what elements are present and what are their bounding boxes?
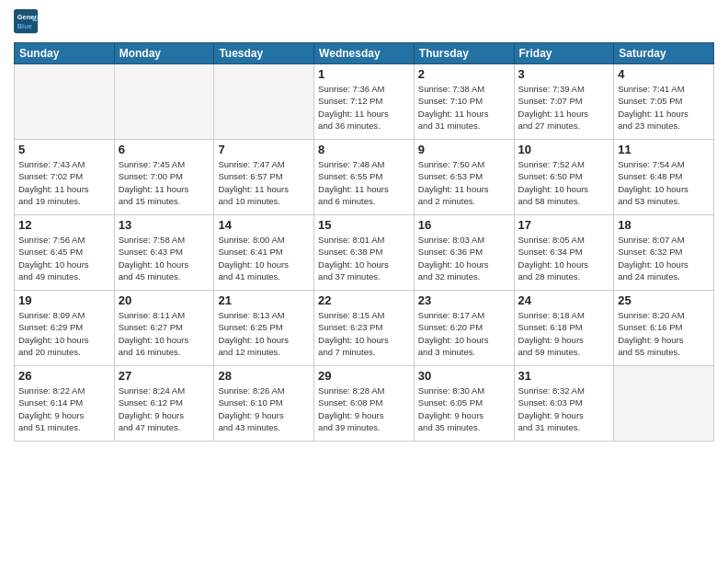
day-info: Sunrise: 7:56 AM Sunset: 6:45 PM Dayligh…: [18, 234, 110, 282]
day-info: Sunrise: 7:45 AM Sunset: 7:00 PM Dayligh…: [119, 158, 210, 207]
day-number: 20: [119, 293, 210, 307]
day-number: 31: [518, 369, 610, 383]
day-info: Sunrise: 7:39 AM Sunset: 7:07 PM Dayligh…: [518, 83, 610, 132]
day-info: Sunrise: 8:15 AM Sunset: 6:23 PM Dayligh…: [318, 309, 410, 358]
day-info: Sunrise: 8:00 AM Sunset: 6:41 PM Dayligh…: [218, 234, 310, 282]
day-number: 22: [318, 293, 410, 307]
calendar-day-cell: [114, 64, 214, 140]
logo: General Blue: [14, 9, 43, 35]
day-number: 14: [218, 218, 310, 232]
page-header: General Blue: [14, 9, 714, 35]
day-info: Sunrise: 8:22 AM Sunset: 6:14 PM Dayligh…: [18, 385, 110, 433]
day-info: Sunrise: 8:07 AM Sunset: 6:32 PM Dayligh…: [618, 234, 710, 282]
calendar-day-cell: [214, 64, 314, 140]
day-info: Sunrise: 7:48 AM Sunset: 6:55 PM Dayligh…: [318, 158, 410, 207]
day-info: Sunrise: 8:11 AM Sunset: 6:27 PM Dayligh…: [119, 309, 210, 358]
calendar-week-row: 19Sunrise: 8:09 AM Sunset: 6:29 PM Dayli…: [15, 291, 714, 366]
day-info: Sunrise: 7:50 AM Sunset: 6:53 PM Dayligh…: [418, 158, 510, 207]
calendar-day-cell: 19Sunrise: 8:09 AM Sunset: 6:29 PM Dayli…: [15, 291, 115, 366]
calendar-day-cell: 12Sunrise: 7:56 AM Sunset: 6:45 PM Dayli…: [15, 215, 115, 291]
calendar-day-cell: 5Sunrise: 7:43 AM Sunset: 7:02 PM Daylig…: [15, 140, 115, 215]
day-info: Sunrise: 8:17 AM Sunset: 6:20 PM Dayligh…: [418, 309, 510, 358]
calendar-day-cell: 6Sunrise: 7:45 AM Sunset: 7:00 PM Daylig…: [114, 140, 214, 215]
calendar-week-row: 26Sunrise: 8:22 AM Sunset: 6:14 PM Dayli…: [15, 366, 714, 442]
calendar-day-cell: 1Sunrise: 7:36 AM Sunset: 7:12 PM Daylig…: [314, 64, 415, 140]
calendar-day-cell: 22Sunrise: 8:15 AM Sunset: 6:23 PM Dayli…: [314, 291, 415, 366]
day-info: Sunrise: 7:52 AM Sunset: 6:50 PM Dayligh…: [518, 158, 610, 207]
day-number: 19: [18, 293, 110, 307]
day-info: Sunrise: 8:09 AM Sunset: 6:29 PM Dayligh…: [18, 309, 110, 358]
day-info: Sunrise: 8:30 AM Sunset: 6:05 PM Dayligh…: [418, 385, 510, 433]
svg-text:Blue: Blue: [17, 22, 32, 30]
day-number: 17: [518, 218, 610, 232]
calendar-day-cell: 23Sunrise: 8:17 AM Sunset: 6:20 PM Dayli…: [414, 291, 514, 366]
day-number: 5: [18, 143, 110, 156]
day-number: 26: [18, 369, 110, 383]
logo-icon: General Blue: [14, 9, 40, 35]
day-number: 3: [518, 67, 610, 81]
day-info: Sunrise: 8:32 AM Sunset: 6:03 PM Dayligh…: [518, 385, 610, 433]
calendar-day-cell: 25Sunrise: 8:20 AM Sunset: 6:16 PM Dayli…: [614, 291, 714, 366]
calendar-week-row: 5Sunrise: 7:43 AM Sunset: 7:02 PM Daylig…: [15, 140, 714, 215]
day-number: 15: [318, 218, 410, 232]
calendar-day-cell: 17Sunrise: 8:05 AM Sunset: 6:34 PM Dayli…: [514, 215, 614, 291]
calendar-day-cell: 27Sunrise: 8:24 AM Sunset: 6:12 PM Dayli…: [114, 366, 214, 442]
day-number: 8: [318, 143, 410, 156]
day-info: Sunrise: 7:47 AM Sunset: 6:57 PM Dayligh…: [218, 158, 310, 207]
day-info: Sunrise: 8:01 AM Sunset: 6:38 PM Dayligh…: [318, 234, 410, 282]
day-number: 23: [418, 293, 510, 307]
day-info: Sunrise: 8:05 AM Sunset: 6:34 PM Dayligh…: [518, 234, 610, 282]
day-info: Sunrise: 8:28 AM Sunset: 6:08 PM Dayligh…: [318, 385, 410, 433]
calendar-day-cell: 20Sunrise: 8:11 AM Sunset: 6:27 PM Dayli…: [114, 291, 214, 366]
day-number: 21: [218, 293, 310, 307]
calendar-day-header: Wednesday: [314, 43, 415, 64]
calendar-day-cell: 21Sunrise: 8:13 AM Sunset: 6:25 PM Dayli…: [214, 291, 314, 366]
day-info: Sunrise: 7:58 AM Sunset: 6:43 PM Dayligh…: [119, 234, 210, 282]
calendar-day-header: Saturday: [614, 43, 714, 64]
day-info: Sunrise: 7:36 AM Sunset: 7:12 PM Dayligh…: [318, 83, 410, 132]
day-info: Sunrise: 7:38 AM Sunset: 7:10 PM Dayligh…: [418, 83, 510, 132]
calendar-day-cell: 30Sunrise: 8:30 AM Sunset: 6:05 PM Dayli…: [414, 366, 514, 442]
day-number: 9: [418, 143, 510, 156]
calendar-day-cell: 24Sunrise: 8:18 AM Sunset: 6:18 PM Dayli…: [514, 291, 614, 366]
day-info: Sunrise: 8:24 AM Sunset: 6:12 PM Dayligh…: [119, 385, 210, 433]
day-info: Sunrise: 8:13 AM Sunset: 6:25 PM Dayligh…: [218, 309, 310, 358]
calendar-day-cell: 7Sunrise: 7:47 AM Sunset: 6:57 PM Daylig…: [214, 140, 314, 215]
day-info: Sunrise: 7:43 AM Sunset: 7:02 PM Dayligh…: [18, 158, 110, 207]
calendar-day-cell: 18Sunrise: 8:07 AM Sunset: 6:32 PM Dayli…: [614, 215, 714, 291]
day-number: 30: [418, 369, 510, 383]
calendar-day-cell: 9Sunrise: 7:50 AM Sunset: 6:53 PM Daylig…: [414, 140, 514, 215]
calendar-day-header: Tuesday: [214, 43, 314, 64]
calendar-day-cell: 31Sunrise: 8:32 AM Sunset: 6:03 PM Dayli…: [514, 366, 614, 442]
day-number: 2: [418, 67, 510, 81]
day-number: 29: [318, 369, 410, 383]
calendar-day-cell: 3Sunrise: 7:39 AM Sunset: 7:07 PM Daylig…: [514, 64, 614, 140]
day-info: Sunrise: 7:41 AM Sunset: 7:05 PM Dayligh…: [618, 83, 710, 132]
day-number: 6: [119, 143, 210, 156]
calendar-day-cell: 4Sunrise: 7:41 AM Sunset: 7:05 PM Daylig…: [614, 64, 714, 140]
calendar-week-row: 1Sunrise: 7:36 AM Sunset: 7:12 PM Daylig…: [15, 64, 714, 140]
calendar-week-row: 12Sunrise: 7:56 AM Sunset: 6:45 PM Dayli…: [15, 215, 714, 291]
calendar-day-cell: 15Sunrise: 8:01 AM Sunset: 6:38 PM Dayli…: [314, 215, 415, 291]
day-number: 28: [218, 369, 310, 383]
calendar-day-header: Sunday: [15, 43, 115, 64]
day-number: 18: [618, 218, 710, 232]
calendar-day-header: Monday: [114, 43, 214, 64]
calendar-table: SundayMondayTuesdayWednesdayThursdayFrid…: [14, 42, 714, 442]
day-number: 24: [518, 293, 610, 307]
calendar-day-header: Thursday: [414, 43, 514, 64]
day-number: 7: [218, 143, 310, 156]
calendar-day-cell: 8Sunrise: 7:48 AM Sunset: 6:55 PM Daylig…: [314, 140, 415, 215]
day-number: 27: [119, 369, 210, 383]
day-info: Sunrise: 8:20 AM Sunset: 6:16 PM Dayligh…: [618, 309, 710, 358]
day-info: Sunrise: 7:54 AM Sunset: 6:48 PM Dayligh…: [618, 158, 710, 207]
day-number: 4: [618, 67, 710, 81]
calendar-day-cell: 29Sunrise: 8:28 AM Sunset: 6:08 PM Dayli…: [314, 366, 415, 442]
day-info: Sunrise: 8:26 AM Sunset: 6:10 PM Dayligh…: [218, 385, 310, 433]
calendar-day-cell: 16Sunrise: 8:03 AM Sunset: 6:36 PM Dayli…: [414, 215, 514, 291]
day-number: 16: [418, 218, 510, 232]
calendar-day-cell: 26Sunrise: 8:22 AM Sunset: 6:14 PM Dayli…: [15, 366, 115, 442]
day-number: 25: [618, 293, 710, 307]
calendar-day-cell: 13Sunrise: 7:58 AM Sunset: 6:43 PM Dayli…: [114, 215, 214, 291]
day-number: 1: [318, 67, 410, 81]
